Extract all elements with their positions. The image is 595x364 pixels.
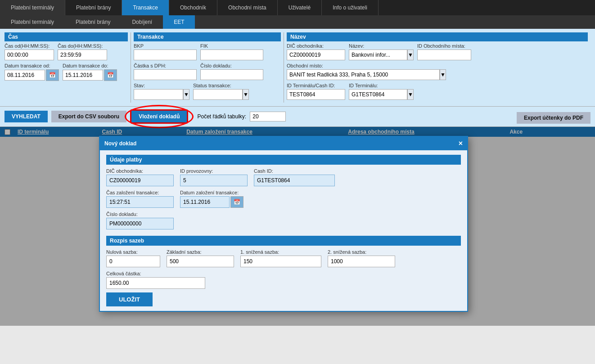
dic-filter-input[interactable] [287, 49, 345, 60]
subnav-platebni-terminaly[interactable]: Platební terminály [0, 15, 65, 29]
cas-do-label: Čas do(HH:MM:SS): [58, 43, 107, 49]
id-terminal-cash-label: ID Terminálu/Cash ID: [287, 83, 345, 88]
subnav-dobijeni[interactable]: Dobíjení [121, 15, 163, 29]
button-row: VYHLEDAT Export do CSV souboru Vložení d… [0, 107, 595, 127]
fik-input[interactable] [200, 49, 263, 60]
modal-cas-zalozeni-label: Čas založení transakce: [106, 190, 174, 195]
id-terminalu-label: ID Terminálu: [349, 83, 414, 88]
stav-input[interactable] [134, 89, 183, 100]
modal-dic-input[interactable] [106, 175, 174, 186]
modal-zakladni-sazba-input[interactable] [167, 256, 234, 267]
nazev-filter-input[interactable] [349, 49, 407, 60]
modal-nulova-sazba-label: Nulová sazba: [106, 249, 160, 255]
rozpis-sazeb-header: Rozpis sazeb [106, 236, 461, 246]
modal-datum-calendar[interactable]: 📅 [230, 196, 243, 208]
modal-cislo-dokladu-label: Číslo dokladu: [106, 211, 174, 217]
modal-close-button[interactable]: × [459, 139, 463, 148]
datum-zalozeni-wrap: 📅 [180, 196, 243, 208]
nav-info-uzivateli[interactable]: Info o uživateli [322, 0, 379, 15]
obchodni-misto-dropdown[interactable]: ▼ [440, 69, 446, 80]
modal-datum-zalozeni-input[interactable] [180, 196, 230, 208]
pocet-radku-label: Počet řádků tabulky: [197, 113, 246, 120]
export-pdf-button[interactable]: Export účtenky do PDF [517, 112, 590, 124]
modal-zakladni-sazba-field: Základní sazba: [167, 249, 234, 267]
modal-zakladni-sazba-label: Základní sazba: [167, 249, 234, 255]
cas-od-label: Čas od(HH:MM:SS): [5, 43, 54, 49]
datum-do-calendar[interactable]: 📅 [104, 69, 117, 81]
datum-od-input[interactable] [5, 70, 45, 81]
modal-snizena-sazba1-label: 1. snížená sazba: [240, 249, 321, 255]
modal-row-2: Čas založení transakce: Datum založení t… [106, 190, 461, 208]
modal-nulova-sazba-input[interactable] [106, 256, 160, 267]
nav-obchodni-mista[interactable]: Obchodní místa [217, 0, 278, 15]
modal-id-provozovny-input[interactable] [180, 175, 248, 186]
ulozit-button[interactable]: ULOŽIT [106, 292, 153, 306]
nav-platebni-brany[interactable]: Platební brány [65, 0, 122, 15]
content-area: ID terminálu Cash ID Datum založení tran… [0, 127, 595, 326]
top-navigation: Platební terminály Platební brány Transa… [0, 0, 595, 15]
id-obch-mista-input[interactable] [417, 49, 471, 60]
obchodni-misto-input[interactable] [287, 69, 440, 80]
dic-filter-label: DIČ obchodníka: [287, 43, 345, 49]
modal-celkova-castka-input[interactable] [106, 277, 205, 289]
nazev-dropdown[interactable]: ▼ [407, 49, 414, 60]
novy-doklad-modal: Nový doklad × Údaje platby DIČ obchodník… [99, 136, 468, 312]
id-terminalu-input[interactable] [349, 89, 407, 100]
modal-cislo-dokladu-input[interactable] [106, 218, 174, 229]
modal-snizena-sazba2-input[interactable] [328, 256, 395, 267]
modal-row-3: Číslo dokladu: [106, 211, 461, 229]
datum-od-label: Datum transakce od: [5, 63, 59, 68]
modal-datum-zalozeni-field: Datum založení transakce: 📅 [180, 190, 243, 208]
filter-transakce-header: Transakce [134, 32, 281, 41]
modal-title-bar: Nový doklad × [100, 137, 467, 150]
id-terminalu-dropdown[interactable]: ▼ [407, 89, 414, 100]
cislo-dokladu-filter-input[interactable] [200, 69, 263, 80]
modal-dic-label: DIČ obchodníka: [106, 168, 174, 174]
udaje-platby-header: Údaje platby [106, 155, 461, 165]
modal-datum-zalozeni-label: Datum založení transakce: [180, 190, 243, 195]
filter-cas-header: Čas [5, 32, 128, 41]
modal-row-celkova: Celková částka: [106, 271, 461, 289]
modal-cash-id-input[interactable] [254, 175, 335, 186]
castka-input[interactable] [134, 69, 197, 80]
fik-label: FIK [200, 43, 263, 49]
obchodni-misto-label: Obchodní místo: [287, 63, 588, 68]
modal-celkova-castka-field: Celková částka: [106, 271, 205, 289]
stav-label: Stav: [134, 83, 189, 88]
castka-label: Částka s DPH: [134, 63, 197, 68]
vlozeni-dokladu-button[interactable]: Vložení dokladů [130, 109, 188, 124]
nav-transakce[interactable]: Transakce [122, 0, 169, 15]
status-transakce-dropdown[interactable]: ▼ [243, 89, 249, 100]
modal-id-provozovny-label: ID provozovny: [180, 168, 248, 174]
export-csv-button[interactable]: Export do CSV souboru [51, 111, 126, 122]
modal-celkova-castka-label: Celková částka: [106, 271, 205, 276]
modal-cislo-dokladu-field: Číslo dokladu: [106, 211, 174, 229]
pocet-radku-input[interactable] [250, 112, 286, 121]
nav-uzivatele[interactable]: Uživatelé [278, 0, 322, 15]
status-transakce-input[interactable] [193, 89, 243, 100]
cas-od-input[interactable] [5, 49, 54, 60]
nav-platebni-terminaly[interactable]: Platební terminály [0, 0, 65, 15]
nav-obchodnik[interactable]: Obchodník [169, 0, 217, 15]
modal-nulova-sazba-field: Nulová sazba: [106, 249, 160, 267]
filter-nazev-header: Název [287, 32, 588, 41]
bkp-input[interactable] [134, 49, 197, 60]
status-transakce-label: Status transakce: [193, 83, 249, 88]
datum-do-input[interactable] [63, 70, 103, 81]
sub-navigation: Platební terminály Platební brány Dobíje… [0, 15, 595, 29]
bkp-label: BKP [134, 43, 197, 49]
subnav-eet[interactable]: EET [163, 15, 195, 29]
modal-cas-zalozeni-input[interactable] [106, 196, 174, 208]
modal-title: Nový doklad [104, 140, 136, 147]
stav-dropdown[interactable]: ▼ [183, 89, 189, 100]
vyhledat-button[interactable]: VYHLEDAT [5, 111, 48, 122]
cas-do-input[interactable] [58, 49, 107, 60]
modal-snizena-sazba2-field: 2. snížená sazba: [328, 249, 395, 267]
id-terminal-cash-input[interactable] [287, 89, 345, 100]
nazev-filter-label: Název: [349, 43, 414, 49]
datum-od-calendar[interactable]: 📅 [46, 69, 59, 81]
modal-snizena-sazba1-input[interactable] [240, 256, 321, 267]
subnav-platebni-brany[interactable]: Platební brány [65, 15, 121, 29]
modal-dic-field: DIČ obchodníka: [106, 168, 174, 186]
modal-snizena-sazba1-field: 1. snížená sazba: [240, 249, 321, 267]
